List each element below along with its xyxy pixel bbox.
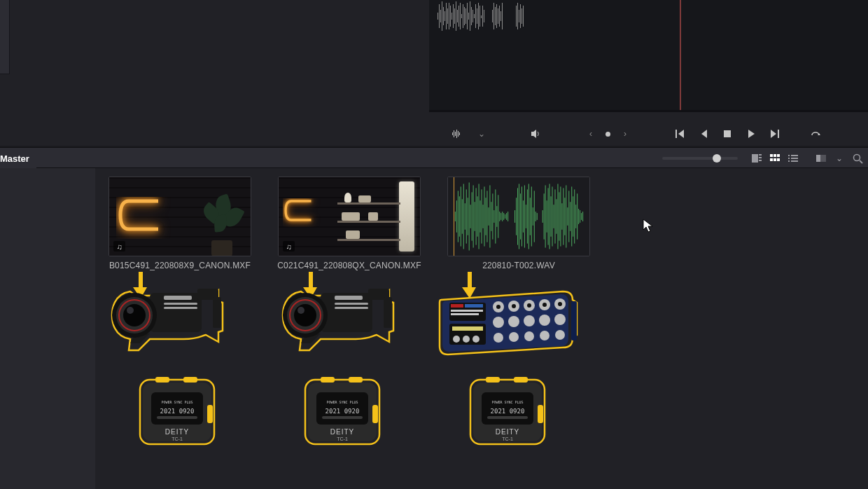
clip-thumbnail[interactable]: ♫: [108, 177, 251, 256]
bin-sidebar[interactable]: [0, 168, 95, 489]
svg-rect-47: [523, 6, 524, 27]
svg-rect-9: [450, 6, 451, 27]
svg-point-73: [853, 154, 860, 160]
svg-rect-112: [506, 213, 507, 220]
svg-rect-128: [534, 191, 535, 242]
svg-rect-153: [573, 196, 573, 236]
svg-rect-142: [557, 184, 558, 249]
tc-display: 2021 0920: [160, 408, 195, 415]
svg-point-178: [294, 304, 316, 326]
bin-name[interactable]: Master: [0, 148, 36, 169]
svg-rect-44: [519, 10, 519, 22]
svg-point-200: [527, 303, 531, 308]
svg-rect-77: [458, 191, 458, 242]
waveform-mode-button[interactable]: [446, 126, 470, 142]
svg-rect-14: [457, 10, 458, 22]
svg-rect-64: [777, 158, 780, 161]
step-back-button[interactable]: [692, 126, 715, 142]
audio-viewer[interactable]: [429, 0, 868, 110]
media-clip[interactable]: 220810-T002.WAV: [447, 177, 590, 270]
loop-button[interactable]: [804, 126, 827, 142]
first-frame-button[interactable]: [668, 126, 692, 142]
svg-rect-237: [487, 416, 528, 419]
svg-rect-90: [476, 188, 477, 245]
svg-rect-20: [465, 8, 466, 24]
sort-button[interactable]: [813, 151, 829, 166]
slider-thumb[interactable]: [713, 154, 721, 163]
svg-rect-55: [752, 154, 758, 163]
svg-rect-110: [503, 213, 504, 220]
svg-rect-124: [528, 184, 529, 249]
svg-rect-106: [498, 195, 498, 237]
viewer-area: ⌄ ‹ ›: [0, 0, 868, 147]
sort-dropdown-icon[interactable]: ⌄: [832, 151, 847, 166]
svg-rect-125: [530, 198, 531, 235]
svg-rect-101: [491, 202, 491, 231]
panel-edge: [0, 0, 10, 74]
svg-rect-56: [759, 154, 762, 156]
svg-rect-133: [545, 185, 546, 247]
tc-model: TC-1: [502, 436, 513, 441]
svg-rect-156: [577, 193, 578, 239]
svg-rect-63: [774, 158, 776, 161]
svg-rect-34: [492, 10, 493, 22]
svg-rect-182: [335, 307, 368, 309]
mute-button[interactable]: [524, 126, 548, 142]
list-view-button[interactable]: [785, 151, 801, 166]
svg-rect-144: [560, 186, 561, 246]
svg-point-202: [558, 302, 562, 306]
svg-rect-32: [482, 6, 483, 27]
thumbnail-view-button[interactable]: [767, 151, 783, 166]
svg-rect-85: [469, 182, 470, 250]
svg-rect-49: [454, 130, 454, 137]
svg-rect-93: [480, 200, 481, 233]
svg-rect-145: [561, 203, 562, 230]
svg-rect-102: [492, 193, 493, 239]
media-clip[interactable]: ♫ C021C491_220808QX_CANON.MXF: [278, 177, 421, 270]
svg-rect-104: [495, 189, 496, 243]
media-pool[interactable]: ♫ B015C491_220808X9_CANON.MXF ♫ C021C491…: [0, 168, 868, 489]
svg-rect-174: [384, 297, 392, 328]
play-button[interactable]: [739, 126, 763, 142]
clip-thumbnail[interactable]: [447, 177, 590, 256]
media-clip[interactable]: ♫ B015C491_220808X9_CANON.MXF: [108, 177, 251, 270]
svg-rect-79: [461, 186, 461, 246]
svg-rect-169: [164, 296, 192, 300]
waveform-mode-dropdown-icon[interactable]: ⌄: [470, 126, 493, 142]
svg-rect-119: [522, 186, 522, 246]
svg-rect-130: [537, 213, 538, 220]
svg-point-167: [123, 304, 146, 326]
svg-rect-89: [475, 202, 475, 231]
waveform-preview: [436, 0, 541, 32]
svg-point-206: [539, 315, 550, 326]
svg-rect-137: [551, 196, 552, 236]
svg-rect-121: [524, 185, 525, 247]
svg-rect-150: [568, 191, 569, 242]
metadata-view-button[interactable]: [749, 151, 764, 166]
svg-rect-113: [507, 212, 508, 221]
svg-rect-97: [485, 198, 486, 235]
playhead-marker[interactable]: [680, 0, 681, 110]
svg-rect-78: [459, 196, 460, 236]
svg-rect-105: [496, 206, 497, 227]
clip-thumbnail[interactable]: ♫: [278, 177, 421, 256]
svg-rect-217: [155, 377, 169, 383]
svg-rect-26: [474, 14, 475, 18]
svg-rect-51: [456, 130, 457, 138]
svg-rect-58: [759, 160, 762, 161]
svg-rect-33: [484, 10, 484, 22]
prev-marker-icon[interactable]: ‹: [579, 126, 603, 142]
clip-filename: B015C491_220808X9_CANON.MXF: [109, 261, 251, 270]
last-frame-button[interactable]: [763, 126, 787, 142]
svg-rect-13: [456, 1, 456, 31]
next-marker-icon[interactable]: ›: [613, 126, 637, 142]
stop-button[interactable]: [715, 126, 739, 142]
svg-rect-60: [774, 154, 776, 157]
svg-rect-120: [523, 200, 524, 233]
thumbnail-size-slider[interactable]: [662, 157, 738, 160]
recorder-illustration: [435, 289, 582, 357]
search-button[interactable]: [850, 151, 865, 166]
svg-rect-87: [472, 192, 472, 240]
svg-rect-3: [442, 1, 442, 31]
tc-display: 2021 0920: [491, 408, 525, 415]
